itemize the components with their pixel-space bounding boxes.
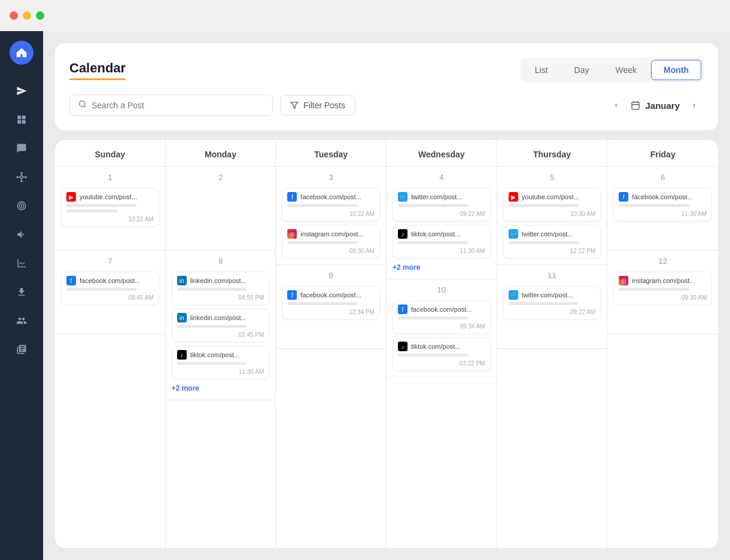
post-card[interactable]: ♪ tiktok.com/post... 11:30 AM [393,225,491,258]
date-4: 4 [393,173,491,182]
post-time: 11:30 AM [398,248,485,254]
tab-week[interactable]: Week [603,60,649,80]
post-header: 🐦 twitter.com/post... [509,290,596,300]
post-time: 09:22 AM [398,211,485,217]
post-text-line [287,204,357,207]
post-header: in linkedin.com/post... [177,276,264,285]
sidebar-item-dashboard[interactable] [10,108,34,132]
sidebar-item-network[interactable] [10,165,34,189]
post-card[interactable]: f facebook.com/post... 10:22 AM [282,188,380,221]
post-text-line [287,302,357,305]
col-header-sunday: Sunday [55,140,165,167]
post-time: 09:30 AM [287,248,375,254]
instagram-icon: ◎ [619,276,628,285]
sidebar-item-target[interactable] [10,194,34,218]
sidebar-item-analytics[interactable] [10,251,34,275]
svg-point-8 [17,176,18,178]
facebook-icon: f [287,290,297,300]
facebook-icon: f [287,192,297,202]
col-header-monday: Monday [166,140,276,167]
cal-cell-4: 4 🐦 twitter.com/post... 09:22 AM ♪ [387,167,497,279]
post-header: in linkedin.com/post... [177,313,264,322]
post-text-line [398,316,468,319]
post-card[interactable]: f facebook.com/post... 11:30 AM [613,188,712,221]
date-7: 7 [61,257,159,266]
post-header: 🐦 twitter.com/post... [398,192,485,202]
col-monday: Monday 2 8 in linkedin.com/post... 04:5 [166,140,276,548]
post-card[interactable]: ▶ youtube.com/post... 10:30 AM [503,188,601,221]
search-input[interactable] [92,101,264,110]
youtube-icon: ▶ [509,192,518,202]
post-card[interactable]: in linkedin.com/post... 04:55 PM [172,272,270,305]
post-card[interactable]: ◎ instagram.com/post... 09:30 AM [282,225,380,258]
date-3: 3 [282,173,380,182]
post-time: 10:22 AM [287,211,375,217]
search-box[interactable] [69,95,273,116]
col-header-wednesday: Wednesday [387,140,497,167]
sidebar-item-team[interactable] [10,309,34,333]
app-logo[interactable] [10,41,34,65]
header-card: Calendar List Day Week Month Filte [55,43,718,130]
post-time: 12:34 PM [287,309,375,315]
post-time: 10:22 AM [66,216,154,223]
post-text-line [398,241,468,244]
post-time: 12:22 PM [509,248,596,254]
post-header: f facebook.com/post... [398,305,485,314]
post-header: ▶ youtube.com/post... [66,192,154,202]
post-header: ◎ instagram.com/post... [619,276,707,285]
svg-point-7 [21,181,22,182]
post-card[interactable]: ♪ tiktok.com/post... 11:30 AM [172,346,270,379]
post-card[interactable]: f facebook.com/post... 12:34 PM [282,286,380,319]
date-12: 12 [613,257,712,266]
cal-cell-7: 7 f facebook.com/post... 09:45 AM [55,251,165,334]
maximize-button[interactable] [36,11,44,20]
svg-point-16 [80,101,85,106]
svg-point-4 [20,176,23,179]
svg-point-15 [21,205,22,206]
prev-month-button[interactable] [607,96,626,115]
post-text-line [509,241,579,244]
next-month-button[interactable] [685,96,704,115]
post-header: ♪ tiktok.com/post... [177,350,264,360]
cal-cell-11: 11 🐦 twitter.com/post... 09:22 AM [497,265,607,349]
sidebar-item-library[interactable] [10,337,34,361]
post-card[interactable]: 🐦 twitter.com/post... 09:22 AM [503,286,601,319]
post-card[interactable]: ◎ instagram.com/post... 09:30 AM [613,272,712,305]
post-card[interactable]: 🐦 twitter.com/post... 12:22 PM [503,225,601,258]
cal-cell-1: 1 ▶ youtube.com/post... 10:22 AM [55,167,165,251]
linkedin-icon: in [177,276,187,285]
page-title: Calendar [69,60,126,80]
tab-day[interactable]: Day [562,60,601,80]
post-time: 11:30 AM [177,369,264,375]
tab-month[interactable]: Month [651,60,701,80]
sidebar-item-send[interactable] [10,79,34,103]
close-button[interactable] [10,11,18,20]
post-card[interactable]: f facebook.com/post... 09:45 AM [61,272,159,305]
sidebar-item-download[interactable] [10,280,34,304]
col-thursday: Thursday 5 ▶ youtube.com/post... 10:30 A… [497,140,608,548]
post-card[interactable]: f facebook.com/post... 09:34 AM [393,300,491,334]
post-card[interactable]: ▶ youtube.com/post... 10:22 AM [61,188,159,227]
post-time: 03:45 PM [177,331,264,338]
svg-line-17 [84,106,86,108]
sidebar-item-chat[interactable] [10,136,34,160]
month-nav: January [607,96,704,115]
post-card[interactable]: in linkedin.com/post... 03:45 PM [172,309,270,342]
date-8: 8 [172,257,270,266]
post-text-line [287,241,357,244]
post-header: ♪ tiktok.com/post... [398,229,485,239]
more-posts-link[interactable]: +2 more [393,262,491,273]
current-month: January [645,101,680,111]
date-5: 5 [503,173,601,182]
post-card[interactable]: ♪ tiktok.com/post... 03:22 PM [393,337,491,371]
tab-list[interactable]: List [523,60,560,80]
cal-cell-2: 2 [166,167,276,251]
minimize-button[interactable] [23,11,31,20]
title-bar [0,0,730,31]
post-card[interactable]: 🐦 twitter.com/post... 09:22 AM [393,188,491,221]
cal-cell-5: 5 ▶ youtube.com/post... 10:30 AM 🐦 [497,167,607,265]
sidebar-item-megaphone[interactable] [10,223,34,246]
filter-button[interactable]: Filter Posts [280,95,355,115]
post-text-line [177,288,247,291]
more-posts-link[interactable]: +2 more [172,383,270,394]
